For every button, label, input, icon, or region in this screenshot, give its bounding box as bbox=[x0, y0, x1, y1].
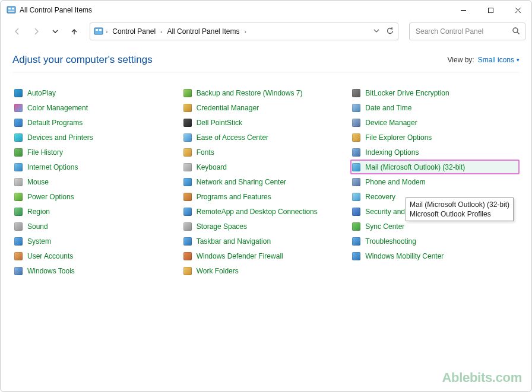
up-button[interactable] bbox=[67, 24, 81, 39]
view-by-dropdown[interactable]: Small icons ▾ bbox=[478, 56, 520, 64]
search-input[interactable] bbox=[414, 27, 508, 36]
control-panel-item[interactable]: Color Management bbox=[12, 100, 182, 115]
chevron-right-icon[interactable]: › bbox=[243, 28, 247, 35]
item-label: Ease of Access Center bbox=[197, 133, 268, 142]
breadcrumb-root[interactable]: Control Panel bbox=[110, 27, 158, 36]
search-box[interactable] bbox=[409, 23, 525, 40]
item-icon bbox=[352, 148, 361, 157]
control-panel-item[interactable]: Mail (Microsoft Outlook) (32-bit) bbox=[350, 160, 520, 174]
control-panel-item[interactable]: RemoteApp and Desktop Connections bbox=[182, 204, 351, 219]
control-panel-item[interactable]: Region bbox=[12, 204, 182, 219]
item-icon bbox=[352, 192, 361, 202]
forward-button[interactable] bbox=[29, 24, 43, 39]
dropdown-caret-icon[interactable] bbox=[373, 27, 380, 36]
item-icon bbox=[183, 118, 192, 128]
item-icon bbox=[352, 251, 361, 261]
item-icon bbox=[14, 148, 23, 157]
address-bar[interactable]: › Control Panel › All Control Panel Item… bbox=[90, 23, 398, 40]
chevron-right-icon[interactable]: › bbox=[159, 28, 163, 35]
minimize-button[interactable] bbox=[449, 1, 477, 20]
item-label: Windows Mobility Center bbox=[365, 252, 444, 260]
control-panel-item[interactable]: BitLocker Drive Encryption bbox=[350, 85, 520, 100]
control-panel-item[interactable]: Windows Tools bbox=[12, 263, 182, 278]
item-label: Power Options bbox=[27, 193, 74, 201]
back-button[interactable] bbox=[10, 24, 24, 39]
control-panel-item[interactable]: Device Manager bbox=[350, 115, 520, 130]
close-button[interactable] bbox=[504, 1, 531, 20]
item-icon bbox=[14, 251, 23, 261]
control-panel-item[interactable]: File Explorer Options bbox=[350, 130, 520, 145]
maximize-button[interactable] bbox=[477, 1, 504, 20]
item-icon bbox=[14, 103, 23, 113]
chevron-right-icon[interactable]: › bbox=[104, 28, 109, 35]
control-panel-item[interactable]: Devices and Printers bbox=[12, 130, 182, 145]
tooltip: Mail (Microsoft Outlook) (32-bit) Micros… bbox=[406, 197, 514, 221]
item-label: Network and Sharing Center bbox=[197, 178, 286, 186]
control-panel-item[interactable]: Date and Time bbox=[350, 100, 520, 115]
view-by-label: View by: bbox=[448, 56, 474, 64]
control-panel-item[interactable]: Network and Sharing Center bbox=[182, 174, 351, 189]
item-label: Windows Tools bbox=[27, 267, 75, 275]
item-label: Sound bbox=[27, 222, 48, 231]
control-panel-item[interactable]: Taskbar and Navigation bbox=[182, 234, 351, 248]
control-panel-item[interactable]: User Accounts bbox=[12, 248, 182, 263]
view-by-control: View by: Small icons ▾ bbox=[448, 56, 520, 64]
control-panel-item[interactable]: Internet Options bbox=[12, 160, 182, 174]
svg-rect-1 bbox=[8, 8, 11, 9]
control-panel-item[interactable]: Power Options bbox=[12, 189, 182, 204]
item-label: AutoPlay bbox=[27, 89, 56, 97]
item-icon bbox=[352, 162, 361, 172]
item-label: RemoteApp and Desktop Connections bbox=[197, 208, 318, 216]
control-panel-item[interactable]: Backup and Restore (Windows 7) bbox=[182, 85, 351, 100]
items-grid: AutoPlayColor ManagementDefault Programs… bbox=[12, 85, 520, 278]
svg-rect-5 bbox=[488, 8, 493, 12]
control-panel-item[interactable]: Credential Manager bbox=[182, 100, 351, 115]
control-panel-icon bbox=[7, 5, 16, 15]
control-panel-item[interactable]: Ease of Access Center bbox=[182, 130, 351, 145]
item-label: Default Programs bbox=[27, 119, 83, 127]
control-panel-item[interactable]: Programs and Features bbox=[182, 189, 351, 204]
control-panel-item[interactable]: Windows Mobility Center bbox=[350, 248, 520, 263]
item-label: Taskbar and Navigation bbox=[197, 237, 271, 246]
item-label: Keyboard bbox=[197, 163, 227, 171]
control-panel-item[interactable]: Mouse bbox=[12, 174, 182, 189]
item-label: Credential Manager bbox=[197, 104, 259, 112]
svg-rect-11 bbox=[99, 29, 102, 31]
control-panel-item[interactable]: Indexing Options bbox=[350, 145, 520, 160]
control-panel-item[interactable]: Keyboard bbox=[182, 160, 351, 174]
control-panel-item[interactable]: Fonts bbox=[182, 145, 351, 160]
item-icon bbox=[14, 177, 23, 187]
item-icon bbox=[183, 162, 192, 172]
search-icon[interactable] bbox=[512, 27, 520, 37]
control-panel-item[interactable]: Dell PointStick bbox=[182, 115, 351, 130]
item-label: User Accounts bbox=[27, 252, 73, 260]
refresh-button[interactable] bbox=[386, 27, 394, 37]
item-icon bbox=[183, 103, 192, 113]
control-panel-item[interactable]: Phone and Modem bbox=[350, 174, 520, 189]
item-label: Sync Center bbox=[365, 222, 404, 231]
control-panel-item[interactable]: Troubleshooting bbox=[350, 234, 520, 248]
item-label: BitLocker Drive Encryption bbox=[365, 89, 449, 97]
recent-locations-button[interactable] bbox=[48, 24, 62, 39]
item-label: File History bbox=[27, 148, 63, 157]
tooltip-line1: Mail (Microsoft Outlook) (32-bit) bbox=[410, 200, 509, 209]
item-icon bbox=[183, 251, 192, 261]
control-panel-item[interactable]: System bbox=[12, 234, 182, 248]
item-label: Color Management bbox=[27, 104, 88, 112]
control-panel-icon bbox=[94, 27, 103, 36]
item-label: Indexing Options bbox=[365, 148, 419, 157]
item-icon bbox=[352, 133, 361, 142]
control-panel-item[interactable]: File History bbox=[12, 145, 182, 160]
control-panel-item[interactable]: Storage Spaces bbox=[182, 219, 351, 234]
control-panel-item[interactable]: AutoPlay bbox=[12, 85, 182, 100]
control-panel-item[interactable]: Default Programs bbox=[12, 115, 182, 130]
item-icon bbox=[183, 133, 192, 142]
breadcrumb-current[interactable]: All Control Panel Items bbox=[164, 27, 242, 36]
view-by-value: Small icons bbox=[478, 56, 514, 64]
control-panel-item[interactable]: Work Folders bbox=[182, 263, 351, 278]
item-label: Phone and Modem bbox=[365, 178, 425, 186]
titlebar: All Control Panel Items bbox=[1, 1, 531, 20]
control-panel-item[interactable]: Windows Defender Firewall bbox=[182, 248, 351, 263]
item-icon bbox=[183, 207, 192, 216]
control-panel-item[interactable]: Sound bbox=[12, 219, 182, 234]
